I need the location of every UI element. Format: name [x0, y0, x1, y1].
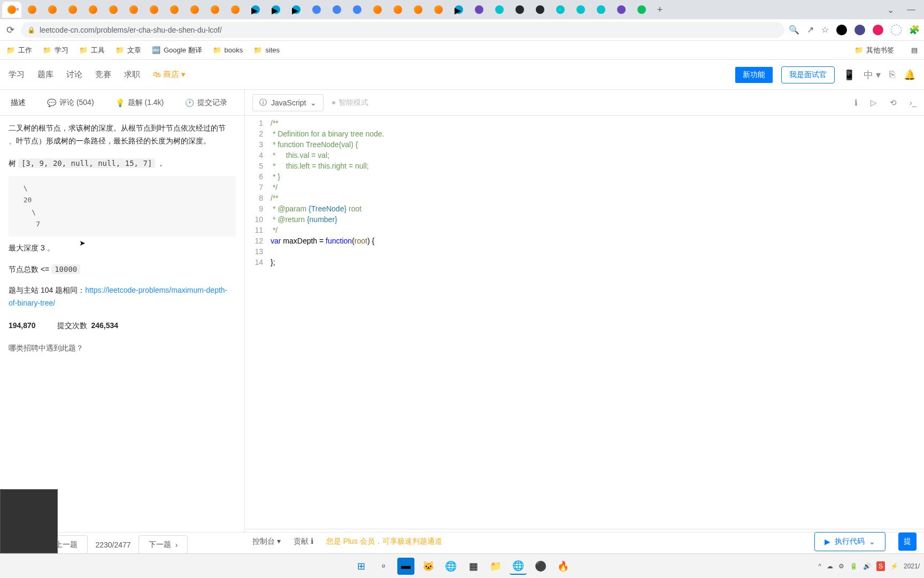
zoom-icon[interactable]: 🔍 [789, 25, 799, 35]
tray-icon[interactable]: ⚙ [838, 562, 844, 570]
browser-tab[interactable] [22, 2, 42, 18]
nav-jobs[interactable]: 求职 [124, 70, 140, 80]
star-icon[interactable]: ☆ [821, 25, 829, 35]
language-selector[interactable]: ⓘ JavaScript ⌄ [252, 94, 324, 111]
browser-tab[interactable] [510, 2, 529, 18]
mobile-icon[interactable]: 📱 [843, 69, 855, 81]
extension-icon[interactable] [836, 25, 847, 35]
terminal-icon[interactable]: ›_ [910, 98, 917, 108]
bookmark-folder[interactable]: 📁工作 [6, 45, 32, 55]
reading-list-icon[interactable]: ▤ [911, 46, 918, 54]
browser-tab[interactable] [205, 2, 225, 18]
extensions-icon[interactable]: 🧩 [909, 25, 920, 35]
taskbar-app[interactable]: ▫ [375, 558, 392, 575]
browser-tab[interactable]: ▶ [266, 2, 286, 18]
url-input[interactable]: 🔒 leetcode-cn.com/problems/er-cha-shu-de… [21, 22, 784, 38]
browser-tab[interactable] [43, 2, 62, 18]
new-tab-button[interactable]: + [652, 4, 667, 16]
tray-icon[interactable]: ☁ [827, 562, 833, 570]
run-code-button[interactable]: ▶ 执行代码 ⌄ [814, 532, 886, 551]
minimize-icon[interactable]: — [907, 5, 915, 15]
contribute-link[interactable]: 贡献 ℹ [294, 537, 313, 546]
browser-tab[interactable] [124, 2, 143, 18]
browser-tab[interactable] [327, 2, 346, 18]
extension-icon[interactable] [854, 25, 865, 35]
reload-icon[interactable]: ⟳ [4, 22, 17, 38]
tab-comments[interactable]: 💬 评论 (504) [36, 90, 105, 115]
browser-tab[interactable] [388, 2, 407, 18]
extension-icon[interactable] [873, 25, 883, 35]
nav-contest[interactable]: 竞赛 [95, 70, 111, 80]
info-icon[interactable]: ℹ [854, 98, 858, 108]
share-icon[interactable]: ↗ [807, 25, 814, 35]
browser-tab[interactable] [632, 2, 651, 18]
tab-solutions[interactable]: 💡 题解 (1.4k) [105, 90, 175, 115]
taskbar-app[interactable]: 🐱 [420, 558, 437, 575]
browser-tab[interactable] [307, 2, 326, 18]
browser-tab[interactable] [551, 2, 570, 18]
other-bookmarks[interactable]: 📁其他书签 [854, 45, 894, 55]
taskbar-app[interactable]: 🔥 [555, 558, 572, 575]
tray-icon[interactable]: 🔊 [863, 562, 871, 570]
obs-app[interactable]: ⚫ [532, 558, 549, 575]
smart-mode-toggle[interactable]: 智能模式 [332, 98, 368, 108]
tab-description[interactable]: 描述 [0, 90, 36, 115]
bookmark-folder[interactable]: 📁文章 [116, 45, 141, 55]
browser-tab[interactable]: ▶ [246, 2, 265, 18]
browser-tab-active[interactable]: × [2, 2, 21, 18]
extension-icon[interactable] [891, 25, 902, 35]
taskbar-app[interactable]: ▦ [465, 558, 482, 575]
bookmark-folder[interactable]: 📁sites [253, 46, 280, 54]
tray-icon[interactable]: ⚡ [890, 562, 898, 570]
tray-icon[interactable]: 🔋 [850, 562, 858, 570]
start-button[interactable]: ⊞ [352, 558, 369, 575]
bookmark-folder[interactable]: 📁工具 [79, 45, 105, 55]
browser-tab[interactable] [429, 2, 448, 18]
browser-tab[interactable] [409, 2, 428, 18]
new-feature-badge[interactable]: 新功能 [735, 67, 773, 83]
language-toggle[interactable]: 中 ▾ [864, 69, 881, 81]
chrome-app-active[interactable]: 🌐 [510, 558, 527, 575]
bookmark-folder[interactable]: 📁学习 [43, 45, 68, 55]
bell-icon[interactable]: 🔔 [904, 69, 915, 81]
browser-tab[interactable] [490, 2, 509, 18]
clock[interactable]: 2021/ [904, 562, 920, 570]
browser-tab[interactable] [83, 2, 103, 18]
close-icon[interactable]: × [16, 6, 19, 12]
browser-tab[interactable] [165, 2, 184, 18]
browser-tab[interactable] [612, 2, 631, 18]
code-content[interactable]: /** * Definition for a binary tree node.… [271, 116, 924, 532]
playground-icon[interactable]: ⎘ [889, 69, 895, 80]
browser-tab[interactable] [63, 2, 82, 18]
next-problem-button[interactable]: 下一题 › [138, 535, 188, 554]
browser-tab[interactable] [226, 2, 245, 18]
browser-tab[interactable]: ▶ [449, 2, 468, 18]
browser-tab[interactable] [591, 2, 611, 18]
code-editor[interactable]: 1234567891011121314 /** * Definition for… [245, 116, 924, 532]
browser-tab[interactable] [348, 2, 367, 18]
tray-chevron-icon[interactable]: ^ [818, 562, 821, 570]
run-icon[interactable]: ▷ [871, 98, 877, 108]
reset-icon[interactable]: ⟲ [890, 98, 897, 108]
nav-learn[interactable]: 学习 [9, 70, 25, 80]
browser-tab[interactable] [368, 2, 387, 18]
bookmark-folder[interactable]: 📁books [213, 46, 243, 54]
browser-tab[interactable] [469, 2, 489, 18]
tab-submissions[interactable]: 🕐 提交记录 [174, 90, 238, 115]
nav-discuss[interactable]: 讨论 [66, 70, 82, 80]
chevron-down-icon[interactable]: ⌄ [887, 5, 894, 15]
browser-tab[interactable]: ▶ [287, 2, 306, 18]
browser-tab[interactable] [104, 2, 123, 18]
explorer-app[interactable]: 📁 [487, 558, 504, 575]
chrome-app[interactable]: 🌐 [442, 558, 459, 575]
ime-icon[interactable]: S [876, 561, 885, 571]
console-toggle[interactable]: 控制台 ▾ [252, 537, 281, 546]
submit-button[interactable]: 提 [898, 533, 917, 551]
browser-tab[interactable] [185, 2, 204, 18]
nav-shop[interactable]: 🛍 商店 ▾ [153, 70, 186, 80]
browser-tab[interactable] [530, 2, 550, 18]
nav-problems[interactable]: 题库 [37, 70, 53, 80]
browser-tab[interactable] [571, 2, 590, 18]
interviewer-button[interactable]: 我是面试官 [781, 66, 835, 83]
bookmark-item[interactable]: 🔤Google 翻译 [152, 45, 202, 55]
